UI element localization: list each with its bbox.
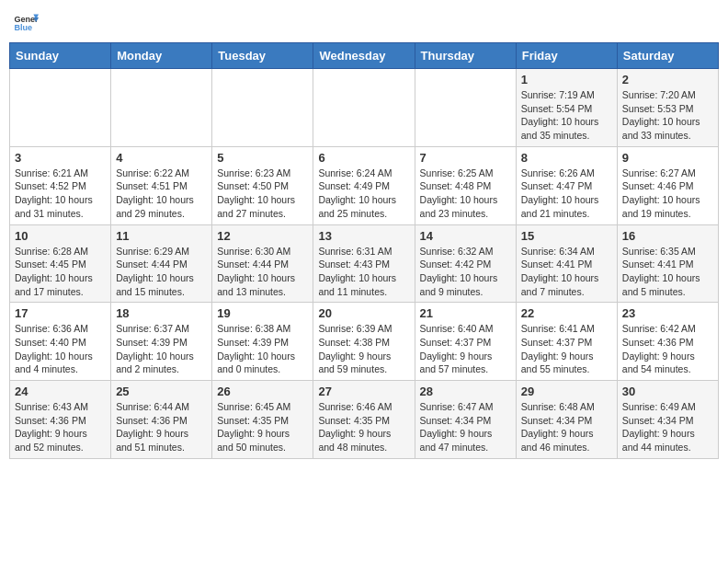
calendar-cell [111, 69, 212, 147]
day-info: Sunrise: 6:48 AM Sunset: 4:34 PM Dayligh… [521, 400, 612, 454]
weekday-header: Friday [516, 43, 617, 69]
calendar-cell: 4Sunrise: 6:22 AM Sunset: 4:51 PM Daylig… [111, 146, 212, 224]
calendar-cell: 12Sunrise: 6:30 AM Sunset: 4:44 PM Dayli… [212, 224, 313, 303]
day-info: Sunrise: 6:31 AM Sunset: 4:43 PM Dayligh… [318, 245, 409, 299]
day-number: 4 [116, 151, 207, 165]
day-info: Sunrise: 6:23 AM Sunset: 4:50 PM Dayligh… [217, 167, 308, 221]
day-number: 24 [15, 385, 106, 398]
calendar-cell: 7Sunrise: 6:25 AM Sunset: 4:48 PM Daylig… [415, 146, 516, 224]
calendar-cell: 18Sunrise: 6:37 AM Sunset: 4:39 PM Dayli… [111, 303, 212, 381]
day-info: Sunrise: 6:45 AM Sunset: 4:35 PM Dayligh… [217, 400, 308, 454]
weekday-header: Wednesday [313, 43, 415, 69]
weekday-header: Sunday [10, 43, 111, 69]
calendar-cell: 20Sunrise: 6:39 AM Sunset: 4:38 PM Dayli… [313, 303, 415, 381]
calendar-cell: 11Sunrise: 6:29 AM Sunset: 4:44 PM Dayli… [111, 224, 212, 303]
day-info: Sunrise: 6:28 AM Sunset: 4:45 PM Dayligh… [15, 245, 106, 299]
day-number: 3 [15, 151, 106, 165]
day-number: 17 [15, 306, 106, 320]
day-info: Sunrise: 6:39 AM Sunset: 4:38 PM Dayligh… [318, 322, 409, 376]
day-number: 20 [318, 306, 409, 320]
calendar-week-row: 3Sunrise: 6:21 AM Sunset: 4:52 PM Daylig… [10, 146, 719, 224]
calendar-cell: 29Sunrise: 6:48 AM Sunset: 4:34 PM Dayli… [516, 381, 617, 459]
calendar-cell: 19Sunrise: 6:38 AM Sunset: 4:39 PM Dayli… [212, 303, 313, 381]
calendar-cell: 2Sunrise: 7:20 AM Sunset: 5:53 PM Daylig… [617, 69, 718, 147]
calendar-cell: 9Sunrise: 6:27 AM Sunset: 4:46 PM Daylig… [617, 146, 718, 224]
calendar-cell [415, 69, 516, 147]
day-info: Sunrise: 7:20 AM Sunset: 5:53 PM Dayligh… [622, 88, 713, 143]
calendar-cell: 16Sunrise: 6:35 AM Sunset: 4:41 PM Dayli… [617, 224, 718, 303]
day-info: Sunrise: 6:40 AM Sunset: 4:37 PM Dayligh… [420, 322, 511, 376]
calendar-cell [10, 69, 111, 147]
svg-text:Blue: Blue [14, 23, 32, 32]
calendar-week-row: 24Sunrise: 6:43 AM Sunset: 4:36 PM Dayli… [10, 381, 719, 459]
calendar-cell: 30Sunrise: 6:49 AM Sunset: 4:34 PM Dayli… [617, 381, 718, 459]
day-info: Sunrise: 6:44 AM Sunset: 4:36 PM Dayligh… [116, 400, 207, 454]
day-info: Sunrise: 6:43 AM Sunset: 4:36 PM Dayligh… [15, 400, 106, 454]
day-number: 2 [622, 73, 713, 86]
day-number: 15 [521, 229, 612, 243]
calendar-cell: 23Sunrise: 6:42 AM Sunset: 4:36 PM Dayli… [617, 303, 718, 381]
day-info: Sunrise: 6:46 AM Sunset: 4:35 PM Dayligh… [318, 400, 409, 454]
day-info: Sunrise: 6:22 AM Sunset: 4:51 PM Dayligh… [116, 167, 207, 221]
day-info: Sunrise: 6:38 AM Sunset: 4:39 PM Dayligh… [217, 322, 308, 376]
day-info: Sunrise: 6:41 AM Sunset: 4:37 PM Dayligh… [521, 322, 612, 376]
day-number: 1 [521, 73, 612, 86]
calendar-cell: 1Sunrise: 7:19 AM Sunset: 5:54 PM Daylig… [516, 69, 617, 147]
calendar-cell: 5Sunrise: 6:23 AM Sunset: 4:50 PM Daylig… [212, 146, 313, 224]
day-info: Sunrise: 6:36 AM Sunset: 4:40 PM Dayligh… [15, 322, 106, 376]
day-info: Sunrise: 6:24 AM Sunset: 4:49 PM Dayligh… [318, 167, 409, 221]
calendar-cell [313, 69, 415, 147]
logo-icon: General Blue [13, 9, 39, 35]
day-number: 27 [318, 385, 409, 398]
day-number: 12 [217, 229, 308, 243]
day-info: Sunrise: 6:49 AM Sunset: 4:34 PM Dayligh… [622, 400, 713, 454]
day-number: 11 [116, 229, 207, 243]
calendar-table: SundayMondayTuesdayWednesdayThursdayFrid… [9, 42, 719, 459]
day-number: 25 [116, 385, 207, 398]
day-info: Sunrise: 6:30 AM Sunset: 4:44 PM Dayligh… [217, 245, 308, 299]
calendar-cell: 10Sunrise: 6:28 AM Sunset: 4:45 PM Dayli… [10, 224, 111, 303]
day-info: Sunrise: 6:35 AM Sunset: 4:41 PM Dayligh… [622, 245, 713, 299]
calendar-cell: 27Sunrise: 6:46 AM Sunset: 4:35 PM Dayli… [313, 381, 415, 459]
page-header: General Blue [9, 9, 719, 35]
day-info: Sunrise: 6:27 AM Sunset: 4:46 PM Dayligh… [622, 167, 713, 221]
calendar-cell [212, 69, 313, 147]
calendar-cell: 28Sunrise: 6:47 AM Sunset: 4:34 PM Dayli… [415, 381, 516, 459]
weekday-header: Saturday [617, 43, 718, 69]
weekday-header: Tuesday [212, 43, 313, 69]
day-info: Sunrise: 6:42 AM Sunset: 4:36 PM Dayligh… [622, 322, 713, 376]
calendar-cell: 8Sunrise: 6:26 AM Sunset: 4:47 PM Daylig… [516, 146, 617, 224]
calendar-cell: 15Sunrise: 6:34 AM Sunset: 4:41 PM Dayli… [516, 224, 617, 303]
day-info: Sunrise: 6:25 AM Sunset: 4:48 PM Dayligh… [420, 167, 511, 221]
day-info: Sunrise: 6:37 AM Sunset: 4:39 PM Dayligh… [116, 322, 207, 376]
day-number: 6 [318, 151, 409, 165]
day-number: 26 [217, 385, 308, 398]
day-number: 10 [15, 229, 106, 243]
calendar-cell: 17Sunrise: 6:36 AM Sunset: 4:40 PM Dayli… [10, 303, 111, 381]
day-info: Sunrise: 6:34 AM Sunset: 4:41 PM Dayligh… [521, 245, 612, 299]
day-number: 30 [622, 385, 713, 398]
weekday-header: Monday [111, 43, 212, 69]
calendar-cell: 24Sunrise: 6:43 AM Sunset: 4:36 PM Dayli… [10, 381, 111, 459]
day-info: Sunrise: 6:26 AM Sunset: 4:47 PM Dayligh… [521, 167, 612, 221]
day-info: Sunrise: 6:47 AM Sunset: 4:34 PM Dayligh… [420, 400, 511, 454]
day-number: 19 [217, 306, 308, 320]
day-number: 28 [420, 385, 511, 398]
calendar-cell: 3Sunrise: 6:21 AM Sunset: 4:52 PM Daylig… [10, 146, 111, 224]
day-number: 16 [622, 229, 713, 243]
day-number: 8 [521, 151, 612, 165]
calendar-week-row: 1Sunrise: 7:19 AM Sunset: 5:54 PM Daylig… [10, 69, 719, 147]
calendar-week-row: 17Sunrise: 6:36 AM Sunset: 4:40 PM Dayli… [10, 303, 719, 381]
calendar-header-row: SundayMondayTuesdayWednesdayThursdayFrid… [10, 43, 719, 69]
day-number: 14 [420, 229, 511, 243]
day-number: 5 [217, 151, 308, 165]
day-info: Sunrise: 6:29 AM Sunset: 4:44 PM Dayligh… [116, 245, 207, 299]
calendar-cell: 14Sunrise: 6:32 AM Sunset: 4:42 PM Dayli… [415, 224, 516, 303]
day-number: 7 [420, 151, 511, 165]
logo: General Blue [13, 9, 39, 35]
day-number: 9 [622, 151, 713, 165]
day-number: 13 [318, 229, 409, 243]
calendar-cell: 21Sunrise: 6:40 AM Sunset: 4:37 PM Dayli… [415, 303, 516, 381]
calendar-cell: 25Sunrise: 6:44 AM Sunset: 4:36 PM Dayli… [111, 381, 212, 459]
day-number: 23 [622, 306, 713, 320]
